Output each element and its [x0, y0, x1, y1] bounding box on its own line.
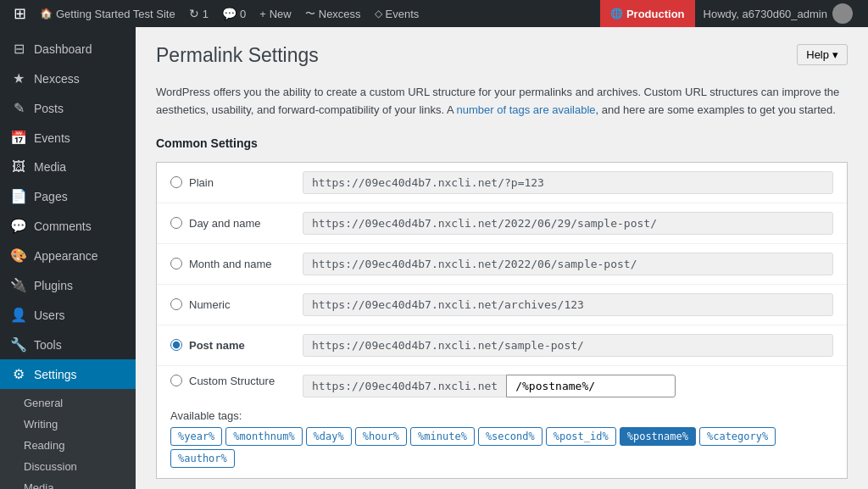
post-name-label[interactable]: Post name	[170, 339, 289, 352]
content-area: Permalink Settings Help ▾ WordPress offe…	[136, 27, 868, 489]
nexcess-menu[interactable]: 〜 Nexcess	[298, 0, 368, 27]
users-icon: 👤	[10, 307, 27, 323]
sidebar-item-users[interactable]: 👤 Users	[0, 300, 136, 330]
custom-structure-inputs: https://09ec40d4b7.nxcli.net	[303, 375, 833, 397]
tags-grid: %year%%monthnum%%day%%hour%%minute%%seco…	[170, 427, 833, 468]
sidebar-item-media[interactable]: 🖼 Media	[0, 153, 136, 181]
permalink-row-custom: Custom Structure https://09ec40d4b7.nxcl…	[157, 366, 847, 406]
plain-url: https://09ec40d4b7.nxcli.net/?p=123	[303, 171, 833, 194]
sidebar-item-pages[interactable]: 📄 Pages	[0, 181, 136, 211]
sidebar-item-posts[interactable]: ✎ Posts	[0, 93, 136, 123]
tag-btn-category[interactable]: %category%	[699, 427, 776, 446]
sidebar-item-appearance[interactable]: 🎨 Appearance	[0, 241, 136, 270]
tags-link[interactable]: number of tags are available	[457, 103, 596, 116]
chevron-down-icon: ▾	[832, 48, 838, 61]
post-name-url: https://09ec40d4b7.nxcli.net/sample-post…	[303, 334, 833, 357]
tag-btn-postname[interactable]: %postname%	[620, 427, 696, 446]
avatar	[832, 3, 853, 24]
permalink-row-post-name: Post name https://09ec40d4b7.nxcli.net/s…	[157, 325, 847, 366]
media-icon: 🖼	[10, 159, 27, 175]
sidebar-item-events[interactable]: 📅 Events	[0, 123, 136, 153]
wp-logo[interactable]: ⊞	[7, 0, 33, 27]
appearance-icon: 🎨	[10, 247, 27, 264]
numeric-label[interactable]: Numeric	[170, 298, 289, 311]
plain-label[interactable]: Plain	[170, 176, 289, 189]
settings-submenu: General Writing Reading Discussion Media…	[0, 389, 136, 489]
plain-radio[interactable]	[170, 176, 182, 188]
events-menu[interactable]: ◇ Events	[368, 0, 426, 27]
admin-bar: ⊞ 🏠 Getting Started Test Site ↻ 1 💬 0 + …	[0, 0, 868, 27]
permalink-row-plain: Plain https://09ec40d4b7.nxcli.net/?p=12…	[157, 163, 847, 203]
tools-icon: 🔧	[10, 336, 27, 353]
nexcess-icon: ★	[10, 70, 27, 86]
numeric-url: https://09ec40d4b7.nxcli.net/archives/12…	[303, 293, 833, 316]
site-name[interactable]: 🏠 Getting Started Test Site	[33, 0, 182, 27]
content-header: Permalink Settings Help ▾	[156, 44, 848, 77]
month-name-url: https://09ec40d4b7.nxcli.net/2022/06/sam…	[303, 253, 833, 275]
updates-button[interactable]: ↻ 1	[182, 0, 215, 27]
numeric-radio[interactable]	[170, 298, 182, 310]
permalink-row-day-name: Day and name https://09ec40d4b7.nxcli.ne…	[157, 203, 847, 244]
tag-btn-post_id[interactable]: %post_id%	[546, 427, 616, 446]
comments-button[interactable]: 💬 0	[215, 0, 253, 27]
sidebar: ⊟ Dashboard ★ Nexcess ✎ Posts 📅 Events 🖼…	[0, 27, 136, 489]
common-settings-heading: Common Settings	[156, 136, 848, 150]
page-description: WordPress offers you the ability to crea…	[156, 84, 848, 119]
sidebar-item-plugins[interactable]: 🔌 Plugins	[0, 270, 136, 300]
tag-btn-minute[interactable]: %minute%	[410, 427, 475, 446]
month-name-label[interactable]: Month and name	[170, 258, 289, 270]
permalink-row-numeric: Numeric https://09ec40d4b7.nxcli.net/arc…	[157, 285, 847, 325]
day-name-radio[interactable]	[170, 217, 182, 229]
user-menu[interactable]: Howdy, a6730d60_admin	[695, 0, 861, 27]
tag-btn-second[interactable]: %second%	[478, 427, 542, 446]
page-title: Permalink Settings	[156, 44, 319, 67]
submenu-general[interactable]: General	[0, 392, 136, 414]
custom-structure-input[interactable]	[506, 375, 676, 397]
day-name-url: https://09ec40d4b7.nxcli.net/2022/06/29/…	[303, 212, 833, 235]
posts-icon: ✎	[10, 100, 27, 116]
help-button[interactable]: Help ▾	[797, 44, 848, 65]
settings-icon: ⚙	[10, 366, 27, 382]
comments-icon: 💬	[10, 218, 27, 234]
custom-label[interactable]: Custom Structure	[170, 375, 289, 387]
plugins-icon: 🔌	[10, 277, 27, 293]
sidebar-item-nexcess[interactable]: ★ Nexcess	[0, 64, 136, 93]
submenu-writing[interactable]: Writing	[0, 414, 136, 435]
day-name-label[interactable]: Day and name	[170, 217, 289, 230]
available-tags-label: Available tags:	[170, 409, 833, 422]
submenu-media[interactable]: Media	[0, 477, 136, 489]
sidebar-item-comments[interactable]: 💬 Comments	[0, 211, 136, 241]
post-name-radio[interactable]	[170, 339, 182, 351]
custom-radio[interactable]	[170, 375, 182, 386]
custom-url-prefix: https://09ec40d4b7.nxcli.net	[303, 375, 506, 397]
events-icon: 📅	[10, 130, 27, 146]
submenu-discussion[interactable]: Discussion	[0, 456, 136, 477]
pages-icon: 📄	[10, 188, 27, 204]
available-tags-section: Available tags: %year%%monthnum%%day%%ho…	[157, 406, 847, 478]
month-name-radio[interactable]	[170, 258, 182, 270]
sidebar-item-dashboard[interactable]: ⊟ Dashboard	[0, 34, 136, 64]
tag-btn-monthnum[interactable]: %monthnum%	[225, 427, 302, 446]
permalink-row-month-name: Month and name https://09ec40d4b7.nxcli.…	[157, 244, 847, 285]
tag-btn-day[interactable]: %day%	[306, 427, 352, 446]
submenu-reading[interactable]: Reading	[0, 435, 136, 456]
dashboard-icon: ⊟	[10, 41, 27, 57]
sidebar-item-tools[interactable]: 🔧 Tools	[0, 330, 136, 359]
tag-btn-hour[interactable]: %hour%	[355, 427, 407, 446]
tag-btn-year[interactable]: %year%	[170, 427, 222, 446]
production-badge[interactable]: 🌐 Production	[600, 0, 695, 27]
new-content-button[interactable]: + New	[253, 0, 298, 27]
sidebar-item-settings[interactable]: ⚙ Settings	[0, 359, 136, 389]
tag-btn-author[interactable]: %author%	[170, 449, 235, 468]
permalink-options-box: Plain https://09ec40d4b7.nxcli.net/?p=12…	[156, 162, 848, 479]
main-layout: ⊟ Dashboard ★ Nexcess ✎ Posts 📅 Events 🖼…	[0, 27, 868, 489]
